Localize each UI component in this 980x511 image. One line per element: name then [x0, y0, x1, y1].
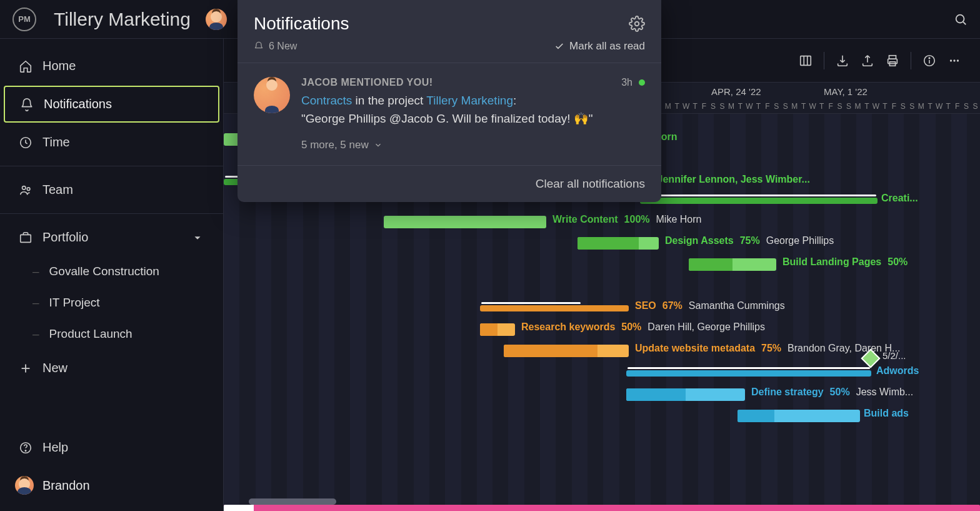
task-label: Define strategy50%Jess Wimb... — [751, 387, 913, 398]
nav-label: New — [42, 361, 68, 375]
nav-label: Time — [42, 135, 70, 149]
task-bar[interactable] — [480, 323, 515, 336]
task-label: Build ads — [864, 408, 909, 419]
svg-point-21 — [957, 59, 959, 61]
unread-dot-icon — [639, 79, 645, 86]
export-icon[interactable] — [861, 54, 874, 68]
day-label: F — [826, 102, 835, 111]
task-bar[interactable] — [626, 388, 745, 401]
day-label: M — [853, 102, 862, 111]
task-bar[interactable] — [384, 216, 546, 228]
task-label: Update website metadata75%Brandon Gray, … — [635, 343, 900, 354]
day-label: T — [817, 102, 826, 111]
import-icon[interactable] — [836, 54, 849, 68]
more-icon[interactable] — [948, 54, 961, 68]
day-label: T — [736, 102, 744, 111]
gantt-task-row[interactable]: Research keywords50%Daren Hill, George P… — [224, 319, 980, 340]
notif-time: 3h — [621, 77, 632, 88]
task-bar[interactable] — [640, 198, 878, 204]
nav-team[interactable]: Team — [4, 173, 219, 207]
nav-label: Home — [42, 59, 76, 73]
new-count: 6 New — [269, 41, 297, 52]
horizontal-scrollbar[interactable] — [249, 498, 336, 505]
task-bar[interactable] — [689, 258, 776, 271]
bell-icon — [20, 98, 34, 111]
task-label: Write Content100%Mike Horn — [552, 214, 701, 225]
logo[interactable]: PM — [12, 8, 36, 31]
day-label: M — [790, 102, 799, 111]
svg-point-3 — [22, 186, 26, 190]
home-icon — [19, 59, 32, 73]
day-label: M — [727, 102, 736, 111]
nav-home[interactable]: Home — [4, 49, 219, 83]
info-icon[interactable] — [922, 54, 936, 68]
svg-point-22 — [635, 22, 639, 26]
header-avatar[interactable] — [206, 9, 227, 30]
portfolio-item[interactable]: IT Project — [25, 287, 223, 318]
nav-label: Help — [42, 440, 68, 455]
team-icon — [19, 183, 32, 197]
gantt-task-row[interactable]: Define strategy50%Jess Wimb... — [224, 384, 980, 405]
svg-point-4 — [27, 187, 30, 190]
nav-help[interactable]: Help — [4, 430, 219, 465]
svg-line-1 — [963, 22, 966, 24]
day-label: F — [889, 102, 898, 111]
search-icon[interactable] — [954, 13, 968, 26]
portfolio-item[interactable]: Govalle Construction — [25, 256, 223, 287]
task-bar[interactable] — [578, 237, 659, 250]
day-label: W — [681, 102, 690, 111]
gantt-task-row[interactable]: Write Content100%Mike Horn — [224, 211, 980, 233]
svg-point-9 — [25, 450, 26, 450]
month-label: MAY, 1 '22 — [824, 86, 868, 97]
gantt-task-row[interactable]: SEO67%Samantha Cummings — [224, 298, 980, 319]
gear-icon[interactable] — [629, 16, 645, 32]
day-label: S — [971, 102, 979, 111]
user-name: Brandon — [42, 478, 90, 493]
notifications-title: Notifications — [254, 14, 349, 34]
nav-time[interactable]: Time — [4, 125, 219, 159]
task-bar[interactable] — [626, 370, 871, 377]
notif-text: Contracts in the project Tillery Marketi… — [301, 92, 645, 128]
day-label: S — [772, 102, 781, 111]
clear-all-notifications[interactable]: Clear all notifications — [536, 177, 645, 190]
task-bar[interactable] — [738, 410, 860, 422]
day-label: S — [718, 102, 726, 111]
user-avatar-icon — [15, 476, 34, 495]
nav-notifications[interactable]: Notifications — [4, 86, 219, 123]
day-label: W — [745, 102, 754, 111]
day-label: T — [881, 102, 889, 111]
current-user[interactable]: Brandon — [0, 466, 223, 505]
nav-label: Team — [42, 183, 73, 197]
print-icon[interactable] — [886, 54, 899, 68]
task-label: Design Assets75%George Phillips — [665, 235, 834, 246]
summary-bar[interactable] — [224, 505, 980, 511]
nav-portfolio[interactable]: Portfolio — [4, 220, 219, 255]
task-bar[interactable] — [504, 345, 629, 357]
gantt-task-row[interactable]: Build Landing Pages50% — [224, 254, 980, 275]
mark-all-read[interactable]: Mark all as read — [554, 40, 645, 53]
day-label: F — [699, 102, 708, 111]
day-label: W — [934, 102, 943, 111]
day-label: T — [691, 102, 699, 111]
day-label: T — [944, 102, 952, 111]
task-label: Adwords — [876, 365, 919, 377]
task-label: Research keywords50%Daren Hill, George P… — [521, 321, 765, 333]
app-title: Tillery Marketing — [54, 9, 191, 30]
chevron-down-icon — [374, 141, 382, 149]
gantt-task-row[interactable]: Adwords — [224, 363, 980, 384]
gantt-task-row[interactable]: Update website metadata75%Brandon Gray, … — [224, 340, 980, 362]
day-label: T — [862, 102, 871, 111]
columns-icon[interactable] — [799, 54, 812, 68]
gantt-task-row[interactable]: Build ads — [224, 405, 980, 427]
nav-new[interactable]: New — [4, 351, 219, 385]
task-bar[interactable] — [480, 305, 629, 311]
day-label: T — [672, 102, 681, 111]
notif-expand[interactable]: 5 more, 5 new — [301, 139, 645, 151]
notification-item[interactable]: JACOB MENTIONED YOU! 3h Contracts in the… — [238, 63, 661, 166]
portfolio-item[interactable]: Product Launch — [25, 318, 223, 350]
clock-icon — [19, 136, 32, 149]
plus-icon — [19, 362, 32, 375]
task-label: SEO67%Samantha Cummings — [635, 300, 785, 311]
svg-rect-10 — [801, 56, 811, 65]
gantt-task-row[interactable]: Design Assets75%George Phillips — [224, 233, 980, 254]
